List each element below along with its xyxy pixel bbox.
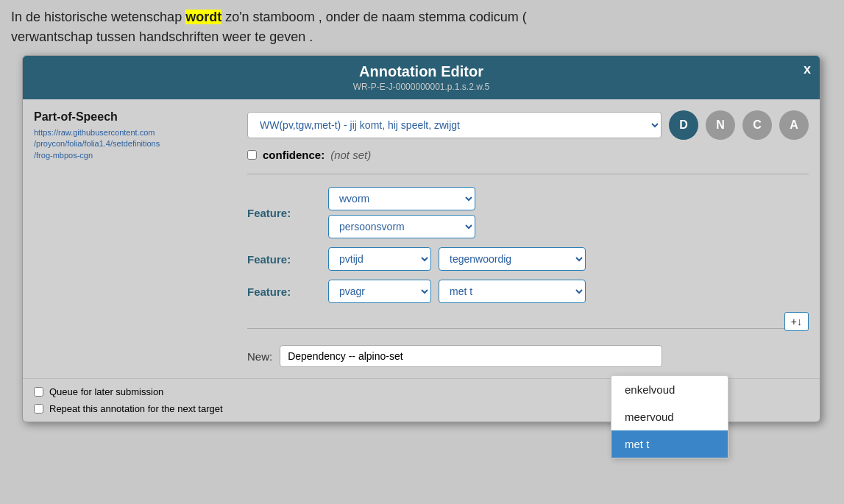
features-area: Feature: wvorm persoonsvorm Feature: xyxy=(247,187,809,303)
dropdown-item-mett[interactable]: met t xyxy=(611,430,728,458)
add-remove-button[interactable]: +↓ xyxy=(784,312,809,331)
feature-label-3: Feature: xyxy=(247,285,321,298)
modal-close-button[interactable]: x xyxy=(804,62,811,77)
background-text: In de historische wetenschap wordt zo'n … xyxy=(0,0,844,54)
left-panel: Part-of-Speech https://raw.githubusercon… xyxy=(34,110,240,367)
right-panel: WW(pv,tgw,met-t) - jij komt, hij speelt,… xyxy=(247,110,809,367)
pos-url-line3: /frog-mbpos-cgn xyxy=(34,151,93,160)
btn-a[interactable]: A xyxy=(779,110,809,140)
feature-label-2: Feature: xyxy=(247,253,321,266)
modal-header: Annotation Editor WR-P-E-J-0000000001.p.… xyxy=(23,56,820,99)
bg-line2: verwantschap tussen handschriften weer t… xyxy=(11,29,313,44)
divider-bottom xyxy=(247,328,809,329)
feature-1-select-2[interactable]: persoonsvorm xyxy=(328,215,475,238)
confidence-value: (not set) xyxy=(330,149,371,161)
dropdown-item-meervoud[interactable]: meervoud xyxy=(611,403,728,430)
feature-row-2: Feature: pvtijd tegenwoordig xyxy=(247,247,809,271)
feature-2-select-1[interactable]: pvtijd xyxy=(328,247,431,271)
feature-1-select-1[interactable]: wvorm xyxy=(328,187,475,210)
confidence-row: confidence: (not set) xyxy=(247,149,809,161)
bg-line1-post: zo'n stamboom , onder de naam stemma cod… xyxy=(221,10,527,24)
btn-n[interactable]: N xyxy=(706,110,735,140)
feature-row-3: Feature: pvagr met t xyxy=(247,280,809,303)
highlight-word: wordt xyxy=(185,10,221,24)
pos-url-line2: /proycon/folia/folia1.4/setdefinitions xyxy=(34,139,160,148)
btn-c[interactable]: C xyxy=(742,110,772,140)
dropdown-item-enkelvoud[interactable]: enkelvoud xyxy=(611,376,728,403)
repeat-checkbox[interactable] xyxy=(34,404,43,414)
repeat-label: Repeat this annotation for the next targ… xyxy=(49,403,223,414)
pos-url-line1: https://raw.githubusercontent.com xyxy=(34,128,155,137)
pos-url: https://raw.githubusercontent.com /proyc… xyxy=(34,127,240,161)
pvagr-dropdown-menu: enkelvoud meervoud met t xyxy=(611,375,728,458)
queue-label: Queue for later submission xyxy=(49,386,163,397)
feature-3-select-1[interactable]: pvagr xyxy=(328,280,431,303)
main-annotation-dropdown[interactable]: WW(pv,tgw,met-t) - jij komt, hij speelt,… xyxy=(247,112,662,138)
modal-subtitle: WR-P-E-J-0000000001.p.1.s.2.w.5 xyxy=(34,82,809,92)
top-row: WW(pv,tgw,met-t) - jij komt, hij speelt,… xyxy=(247,110,809,140)
modal-title: Annotation Editor xyxy=(34,63,809,80)
confidence-label: confidence: xyxy=(263,149,325,161)
modal-body: Part-of-Speech https://raw.githubusercon… xyxy=(23,99,820,378)
pos-title: Part-of-Speech xyxy=(34,110,240,124)
annotation-editor-modal: Annotation Editor WR-P-E-J-0000000001.p.… xyxy=(22,55,820,422)
btn-d[interactable]: D xyxy=(669,110,698,140)
divider-top xyxy=(247,174,809,174)
feature-2-select-2[interactable]: tegenwoordig xyxy=(439,247,586,271)
feature-row-1: Feature: wvorm persoonsvorm xyxy=(247,187,809,238)
new-row: New: xyxy=(247,345,809,367)
new-label: New: xyxy=(247,350,272,363)
bg-line1-pre: In de historische wetenschap xyxy=(11,10,185,24)
new-annotation-input[interactable] xyxy=(280,345,662,367)
feature-label-1: Feature: xyxy=(247,207,321,219)
queue-checkbox[interactable] xyxy=(34,387,43,397)
confidence-checkbox[interactable] xyxy=(247,150,257,160)
feature-3-select-2[interactable]: met t xyxy=(439,280,586,303)
